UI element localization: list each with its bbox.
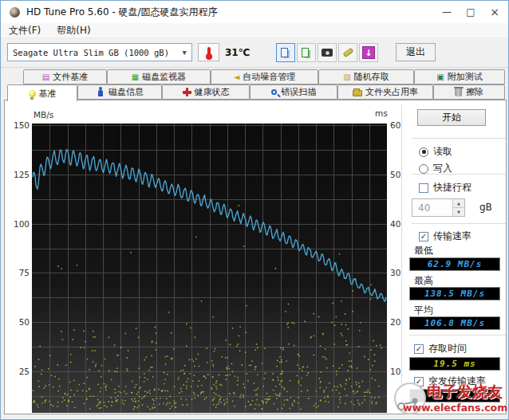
close-button[interactable]: × — [483, 1, 507, 23]
panel-separator — [401, 104, 402, 413]
capacity-spinner[interactable]: 40 ▲ ▼ — [412, 198, 465, 217]
app-window: HD Tune Pro 5.60 - 硬盘/固态硬盘实用程序 — □ × 文件(… — [0, 0, 509, 420]
error-scan-icon — [271, 89, 277, 95]
disk-info-icon — [98, 90, 103, 96]
tab-label: 擦除 — [466, 86, 483, 98]
left-axis-tick: 125 — [6, 170, 30, 179]
tab-row-secondary: ▤文件基准▦磁盘监视器◄自动噪音管理▨随机存取▣附加测试 — [23, 69, 505, 84]
checkbox-icon: ✓ — [414, 377, 424, 387]
access-time-display: 19.5 ms — [409, 357, 500, 371]
burst-rate-checkbox[interactable]: ✓ 突发传输速率 — [414, 375, 486, 388]
burst-rate-display — [409, 389, 500, 402]
exit-button[interactable]: 退出 — [396, 43, 436, 61]
drive-select-value: Seagate Ultra Slim GB (1000 gB) — [13, 48, 169, 57]
thermometer-icon — [207, 47, 211, 58]
copy-text-icon — [281, 48, 288, 57]
tab-extra-tests[interactable]: ▣附加测试 — [414, 69, 505, 84]
tab-label: 错误扫描 — [282, 86, 317, 98]
temperature-value: 31℃ — [225, 47, 250, 58]
health-icon — [183, 88, 191, 96]
benchmark-chart — [32, 124, 387, 413]
screenshot-icon — [322, 49, 333, 57]
erase-icon — [455, 88, 462, 96]
tab-label: 附加测试 — [448, 71, 483, 83]
window-title: HD Tune Pro 5.60 - 硬盘/固态硬盘实用程序 — [26, 6, 218, 19]
tab-erase[interactable]: 擦除 — [433, 84, 505, 100]
avg-label: 平均 — [414, 304, 433, 317]
spin-down-icon[interactable]: ▼ — [453, 208, 464, 216]
checkbox-icon: ✓ — [414, 344, 424, 354]
radio-icon — [419, 164, 428, 174]
short-stroke-checkbox[interactable]: 快捷行程 — [419, 181, 472, 194]
tab-random-access[interactable]: ▨随机存取 — [318, 69, 414, 84]
extra-tests-icon: ▣ — [436, 73, 444, 81]
tab-label: 磁盘监视器 — [142, 71, 186, 83]
access-time-checkbox[interactable]: ✓ 存取时间 — [414, 342, 467, 355]
tab-error-scan[interactable]: 错误扫描 — [250, 84, 337, 100]
temperature-indicator — [198, 43, 219, 61]
copy-text-button[interactable] — [276, 43, 295, 62]
tab-label: 文件基准 — [53, 71, 88, 83]
capacity-value: 40 — [412, 199, 452, 216]
benchmark-bulb-icon — [29, 90, 36, 97]
folder-usage-icon — [353, 90, 362, 96]
checkbox-icon — [419, 183, 428, 193]
chevron-down-icon: ▼ — [183, 49, 187, 57]
tab-file-benchmark[interactable]: ▤文件基准 — [23, 69, 107, 84]
min-value-display: 62.9 MB/s — [409, 257, 500, 271]
maximize-button[interactable]: □ — [459, 1, 483, 23]
left-axis-tick: 75 — [6, 268, 30, 277]
disk-monitor-icon: ▦ — [132, 73, 139, 81]
spin-up-icon[interactable]: ▲ — [453, 199, 464, 208]
radio-icon — [419, 147, 428, 157]
checkbox-icon: ✓ — [419, 232, 428, 241]
random-access-icon: ▨ — [343, 73, 350, 81]
tab-aam[interactable]: ◄自动噪音管理 — [211, 69, 318, 84]
title-bar: HD Tune Pro 5.60 - 硬盘/固态硬盘实用程序 — □ × — [1, 1, 508, 23]
left-axis-tick: 150 — [6, 120, 30, 130]
left-axis-tick: 100 — [6, 219, 30, 229]
tab-folder-usage[interactable]: 文件夹占用率 — [337, 84, 433, 100]
tab-label: 磁盘信息 — [109, 86, 144, 98]
right-axis-unit: ms — [375, 108, 388, 118]
minimize-button[interactable]: — — [435, 1, 459, 23]
file-benchmark-icon: ▤ — [42, 73, 49, 81]
tab-row-primary: 基准磁盘信息健康状态错误扫描文件夹占用率擦除 — [7, 84, 505, 100]
menu-help[interactable]: 帮助(H) — [49, 24, 98, 37]
right-axis-tick: 40 — [390, 219, 414, 229]
max-label: 最高 — [414, 274, 433, 288]
menu-bar: 文件(F) 帮助(H) — [1, 23, 508, 38]
tab-label: 基准 — [39, 88, 57, 100]
menu-file[interactable]: 文件(F) — [1, 24, 49, 37]
tab-disk-info[interactable]: 磁盘信息 — [77, 84, 162, 100]
right-axis-tick: 60 — [390, 120, 414, 130]
left-axis-tick: 25 — [6, 367, 30, 376]
right-axis-tick: 50 — [390, 170, 414, 179]
save-icon — [342, 48, 353, 57]
screenshot-button[interactable] — [318, 43, 337, 62]
transfer-rate-checkbox[interactable]: ✓ 传输速率 — [419, 230, 472, 243]
tab-label: 健康状态 — [195, 86, 230, 98]
max-value-display: 138.5 MB/s — [409, 287, 500, 300]
left-axis-unit: MB/s — [34, 110, 53, 120]
copy-image-icon — [302, 48, 309, 57]
aam-icon: ◄ — [234, 73, 240, 81]
save-button[interactable] — [338, 43, 357, 62]
tab-health[interactable]: 健康状态 — [162, 84, 250, 100]
update-button[interactable]: ↓ — [359, 43, 378, 62]
tab-label: 自动噪音管理 — [243, 71, 295, 83]
min-label: 最低 — [414, 244, 433, 257]
tab-label: 随机存取 — [354, 71, 389, 83]
left-axis-tick: 50 — [6, 317, 30, 327]
drive-select[interactable]: Seagate Ultra Slim GB (1000 gB) ▼ — [7, 43, 192, 61]
avg-value-display: 106.8 MB/s — [409, 316, 500, 330]
start-button[interactable]: 开始 — [417, 109, 486, 126]
capacity-unit: gB — [479, 202, 492, 213]
read-radio[interactable]: 读取 — [419, 145, 452, 159]
toolbar: Seagate Ultra Slim GB (1000 gB) ▼ 31℃ ↓ … — [1, 38, 508, 68]
tab-benchmark-bulb[interactable]: 基准 — [7, 84, 77, 101]
tab-disk-monitor[interactable]: ▦磁盘监视器 — [107, 69, 211, 84]
app-icon — [10, 7, 20, 18]
copy-image-button[interactable] — [297, 43, 316, 62]
tab-label: 文件夹占用率 — [365, 86, 418, 98]
